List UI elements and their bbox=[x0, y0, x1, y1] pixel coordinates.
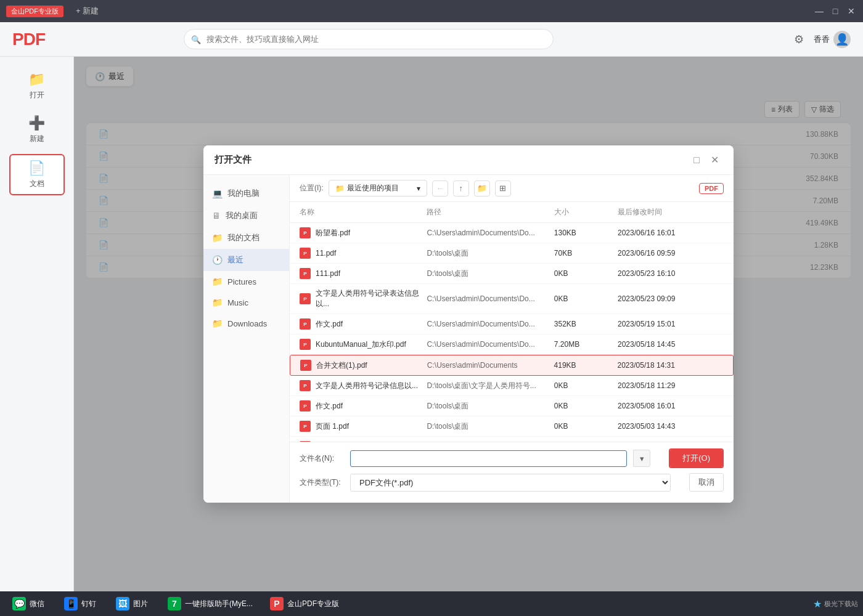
desktop-icon: 🖥 bbox=[212, 211, 221, 221]
header-size: 大小 bbox=[554, 207, 618, 217]
settings-icon[interactable]: ⚙ bbox=[794, 33, 804, 46]
filename-label: 文件名(N): bbox=[300, 453, 344, 464]
location-label: 位置(I): bbox=[300, 183, 324, 193]
app-logo-badge: 金山PDF专业版 bbox=[6, 6, 63, 17]
file-row-4[interactable]: P作文.pdf C:\Users\admin\Documents\Do... 3… bbox=[290, 314, 734, 334]
sidebar-item-document[interactable]: 📄 文档 bbox=[9, 154, 65, 195]
avatar: 👤 bbox=[833, 31, 851, 48]
modal-toolbar: 位置(I): 📁 最近使用的项目 ▾ ← ↑ 📁 ⊞ PDF bbox=[290, 175, 734, 202]
open-file-button[interactable]: 打开(O) bbox=[670, 450, 722, 467]
file-row-1[interactable]: P11.pdf D:\tools\桌面 70KB 2023/06/16 09:5… bbox=[290, 243, 734, 264]
app-logo: PDF bbox=[12, 30, 45, 49]
helper-icon: 7 bbox=[168, 597, 181, 610]
user-name: 香香 bbox=[814, 34, 830, 45]
modal-content-area: 位置(I): 📁 最近使用的项目 ▾ ← ↑ 📁 ⊞ PDF bbox=[290, 175, 734, 503]
file-row-6-highlighted[interactable]: P合并文档(1).pdf C:\Users\admin\Documents 41… bbox=[290, 355, 734, 376]
header-right: ⚙ 香香 👤 bbox=[794, 31, 851, 48]
location-dropdown[interactable]: 📁 最近使用的项目 ▾ bbox=[329, 180, 427, 197]
taskbar-watermark: ★ 极光下载站 bbox=[813, 598, 858, 610]
wechat-icon: 💬 bbox=[12, 597, 26, 610]
file-row-8[interactable]: P作文.pdf D:\tools\桌面 0KB 2023/05/08 16:01 bbox=[290, 396, 734, 416]
pdf-icon: P bbox=[300, 318, 311, 330]
header-path: 路径 bbox=[427, 207, 554, 217]
user-info: 香香 👤 bbox=[814, 31, 851, 48]
pdf-badge: PDF bbox=[699, 183, 724, 194]
content-area: 🕐 最近 ≡ 列表 ▽ 筛选 📄 130.88KB bbox=[74, 57, 863, 591]
modal-sidebar-recent[interactable]: 🕐 最近 bbox=[203, 249, 289, 271]
file-row-0[interactable]: P盼望着.pdf C:\Users\admin\Documents\Do... … bbox=[290, 223, 734, 243]
new-folder-button[interactable]: 📁 bbox=[474, 180, 490, 197]
filename-input[interactable] bbox=[350, 450, 627, 467]
close-button[interactable]: ✕ bbox=[846, 6, 857, 17]
dingding-icon: 📱 bbox=[64, 597, 78, 610]
modal-title: 打开文件 bbox=[215, 154, 689, 166]
modal-minimize-button[interactable]: □ bbox=[689, 153, 705, 167]
file-row-10[interactable]: P姓名.pdf D:\tools\桌面 0KB 2023/04/25 11:17 bbox=[290, 437, 734, 442]
modal-sidebar-downloads[interactable]: 📁 Downloads bbox=[203, 313, 289, 334]
modal-close-button[interactable]: ✕ bbox=[707, 153, 722, 167]
modal-overlay: 打开文件 □ ✕ 💻 我的电脑 🖥 我的桌面 bbox=[74, 57, 863, 591]
file-row-9[interactable]: P页面 1.pdf D:\tools\桌面 0KB 2023/05/03 14:… bbox=[290, 416, 734, 437]
sidebar-item-new[interactable]: ➕ 新建 bbox=[9, 110, 65, 149]
pdf-icon: P bbox=[300, 421, 311, 432]
modal-sidebar-my-documents[interactable]: 📁 我的文档 bbox=[203, 227, 289, 249]
cancel-button[interactable]: 取消 bbox=[689, 473, 724, 492]
sidebar-item-open[interactable]: 📁 打开 bbox=[9, 67, 65, 105]
modal-body: 💻 我的电脑 🖥 我的桌面 📁 我的文档 🕐 bbox=[203, 175, 734, 503]
view-toggle-button[interactable]: ⊞ bbox=[495, 180, 511, 197]
search-bar: 🔍 bbox=[184, 29, 554, 49]
downloads-folder-icon: 📁 bbox=[212, 318, 223, 328]
filename-dropdown-button[interactable]: ▾ bbox=[633, 450, 650, 467]
main-area: 📁 打开 ➕ 新建 📄 文档 🕐 最近 ≡ 列表 bbox=[0, 57, 863, 591]
recent-icon: 🕐 bbox=[212, 255, 223, 265]
document-icon: 📄 bbox=[28, 160, 45, 176]
taskbar-pdf[interactable]: P 金山PDF专业版 bbox=[263, 594, 346, 613]
file-row-3[interactable]: P文字是人类用符号记录表达信息以... C:\Users\admin\Docum… bbox=[290, 284, 734, 314]
modal-footer: 文件名(N): ▾ 打开(O) 文件类型(T): bbox=[290, 442, 734, 503]
file-row-5[interactable]: PKubuntuManual_加水印.pdf C:\Users\admin\Do… bbox=[290, 334, 734, 355]
modal-sidebar-my-desktop[interactable]: 🖥 我的桌面 bbox=[203, 205, 289, 227]
pdf-icon: P bbox=[300, 227, 311, 238]
photos-icon: 🖼 bbox=[116, 597, 129, 610]
file-row-2[interactable]: P111.pdf D:\tools\桌面 0KB 2023/05/23 16:1… bbox=[290, 264, 734, 284]
up-button[interactable]: ↑ bbox=[453, 180, 469, 197]
taskbar-wechat[interactable]: 💬 微信 bbox=[5, 594, 54, 613]
modal-sidebar-my-computer[interactable]: 💻 我的电脑 bbox=[203, 182, 289, 205]
open-icon: 📁 bbox=[28, 71, 45, 87]
dropdown-arrow-icon: ▾ bbox=[417, 184, 420, 193]
pdf-icon: P bbox=[300, 248, 311, 259]
modal-sidebar-music[interactable]: 📁 Music bbox=[203, 292, 289, 313]
maximize-button[interactable]: □ bbox=[830, 6, 841, 17]
pdf-icon: P bbox=[300, 400, 311, 411]
pdf-icon: P bbox=[300, 360, 311, 371]
taskbar-photos[interactable]: 🖼 图片 bbox=[108, 594, 158, 613]
pdf-icon: P bbox=[300, 293, 311, 304]
filetype-select[interactable]: PDF文件(*.pdf) bbox=[350, 474, 671, 492]
modal-sidebar-pictures[interactable]: 📁 Pictures bbox=[203, 271, 289, 292]
music-folder-icon: 📁 bbox=[212, 298, 223, 307]
new-icon: ➕ bbox=[28, 115, 45, 131]
filetype-row: 文件类型(T): PDF文件(*.pdf) 取消 bbox=[300, 473, 724, 492]
taskbar: 💬 微信 📱 钉钉 🖼 图片 7 一键排版助手(MyE... P 金山PDF专业… bbox=[0, 591, 863, 616]
search-input[interactable] bbox=[184, 29, 554, 49]
app-header: PDF 🔍 ⚙ 香香 👤 bbox=[0, 22, 863, 57]
new-tab-button[interactable]: + 新建 bbox=[71, 3, 104, 19]
pictures-folder-icon: 📁 bbox=[212, 277, 223, 286]
taskbar-helper[interactable]: 7 一键排版助手(MyE... bbox=[160, 594, 260, 613]
filetype-label: 文件类型(T): bbox=[300, 477, 344, 488]
file-row-7[interactable]: P文字是人类用符号记录信息以... D:\tools\桌面\文字是人类用符号..… bbox=[290, 376, 734, 396]
header-date: 最后修改时间 bbox=[618, 207, 724, 217]
file-table-header: 名称 路径 大小 最后修改时间 bbox=[290, 202, 734, 223]
pdf-icon: P bbox=[300, 380, 311, 391]
titlebar: 金山PDF专业版 + 新建 — □ ✕ bbox=[0, 0, 863, 22]
header-name: 名称 bbox=[300, 207, 427, 217]
location-folder-icon: 📁 bbox=[335, 184, 345, 193]
minimize-button[interactable]: — bbox=[814, 6, 825, 17]
taskbar-dingding[interactable]: 📱 钉钉 bbox=[57, 594, 106, 613]
back-button[interactable]: ← bbox=[432, 180, 448, 197]
modal-sidebar: 💻 我的电脑 🖥 我的桌面 📁 我的文档 🕐 bbox=[203, 175, 290, 503]
open-file-modal: 打开文件 □ ✕ 💻 我的电脑 🖥 我的桌面 bbox=[203, 145, 734, 503]
pdf-app-icon: P bbox=[270, 597, 284, 610]
file-table: 名称 路径 大小 最后修改时间 P盼望着.pdf C:\Users\admin\… bbox=[290, 202, 734, 442]
pdf-icon: P bbox=[300, 339, 311, 350]
